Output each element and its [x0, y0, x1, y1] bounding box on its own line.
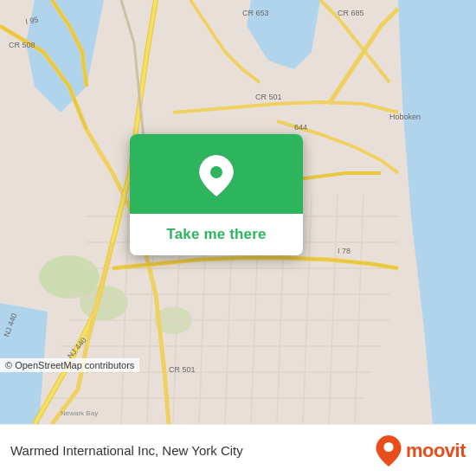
svg-point-43 — [210, 166, 222, 178]
svg-text:CR 501: CR 501 — [255, 93, 282, 101]
svg-text:Hoboken: Hoboken — [389, 113, 421, 121]
moovit-logo: moovit — [375, 434, 466, 467]
map-container: I 95 CR 653 CR 685 CR 501 644 I 78 I 78 … — [0, 0, 476, 424]
popup-card[interactable]: Take me there — [130, 134, 303, 255]
take-me-there-button[interactable]: Take me there — [130, 214, 303, 255]
attribution-text: © OpenStreetMap contributors — [5, 360, 134, 370]
svg-point-10 — [80, 286, 128, 320]
popup-green-top — [130, 134, 303, 214]
location-pin-icon — [194, 153, 239, 198]
svg-text:644: 644 — [294, 123, 307, 132]
footer-location-text: Warmed International Inc, New York City — [10, 443, 243, 458]
svg-text:CR 685: CR 685 — [338, 9, 364, 17]
svg-point-44 — [383, 441, 393, 451]
svg-text:CR 508: CR 508 — [9, 41, 35, 49]
svg-text:CR 501: CR 501 — [169, 365, 196, 374]
svg-text:CR 653: CR 653 — [242, 9, 269, 17]
moovit-brand-name: moovit — [406, 440, 466, 462]
svg-text:Newark Bay: Newark Bay — [61, 409, 98, 417]
moovit-pin-icon — [375, 434, 402, 467]
svg-text:I 78: I 78 — [338, 247, 351, 255]
footer: Warmed International Inc, New York City … — [0, 424, 476, 476]
attribution-bar: © OpenStreetMap contributors — [0, 358, 139, 372]
